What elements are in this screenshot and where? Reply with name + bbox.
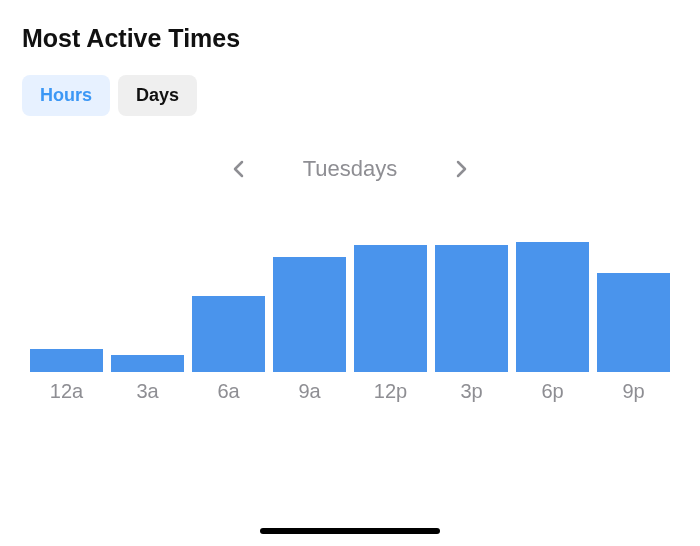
tabs-group: Hours Days <box>22 75 678 116</box>
x-tick-label: 3a <box>111 380 184 403</box>
bar-row <box>30 232 670 372</box>
x-tick-label: 12p <box>354 380 427 403</box>
chart-area: 12a3a6a9a12p3p6p9p <box>22 232 678 403</box>
bar[interactable] <box>192 296 265 372</box>
day-navigator: Tuesdays <box>22 156 678 182</box>
x-tick-label: 9a <box>273 380 346 403</box>
x-tick-label: 9p <box>597 380 670 403</box>
bar[interactable] <box>30 349 103 372</box>
day-label: Tuesdays <box>290 156 410 182</box>
chevron-right-icon[interactable] <box>450 157 474 181</box>
x-tick-label: 12a <box>30 380 103 403</box>
bar[interactable] <box>516 242 589 372</box>
bar[interactable] <box>435 245 508 372</box>
tab-hours[interactable]: Hours <box>22 75 110 116</box>
x-tick-label: 6a <box>192 380 265 403</box>
home-indicator <box>260 528 440 534</box>
x-tick-label: 6p <box>516 380 589 403</box>
bar[interactable] <box>354 245 427 372</box>
bar[interactable] <box>597 273 670 372</box>
tab-days[interactable]: Days <box>118 75 197 116</box>
x-axis-labels: 12a3a6a9a12p3p6p9p <box>30 380 670 403</box>
x-tick-label: 3p <box>435 380 508 403</box>
chevron-left-icon[interactable] <box>226 157 250 181</box>
bar[interactable] <box>111 355 184 372</box>
bar[interactable] <box>273 257 346 372</box>
page-title: Most Active Times <box>22 24 678 53</box>
